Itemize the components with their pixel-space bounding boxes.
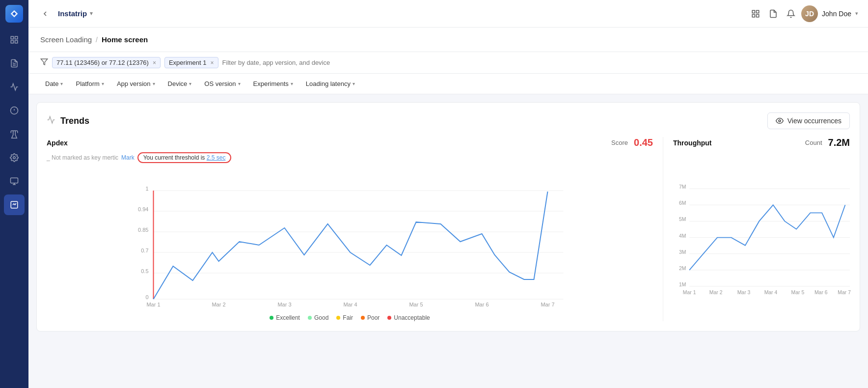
platform-chevron-icon: ▾ (102, 81, 104, 86)
dropdown-bar: Date ▾ Platform ▾ App version ▾ Device ▾… (28, 74, 868, 94)
filter-tag-experiment-close[interactable]: × (211, 59, 214, 66)
topbar-icons (751, 9, 795, 18)
legend-excellent: Excellent (270, 314, 300, 321)
throughput-svg: 1M 2M 3M 4M 5M 6M 7M (673, 165, 850, 303)
filter-tag-experiment[interactable]: Experiment 1 × (164, 57, 218, 68)
svg-rect-2 (11, 41, 13, 43)
svg-text:Mar 7: Mar 7 (838, 290, 851, 295)
loading-latency-chevron-icon: ▾ (353, 81, 355, 86)
topbar: Instatrip ▾ (28, 0, 868, 28)
view-occurrences-button[interactable]: View occurrences (767, 112, 850, 129)
back-button[interactable] (38, 7, 52, 21)
threshold-tooltip: You current threshold is 2.5 sec (137, 152, 232, 163)
sidebar-item-settings[interactable] (4, 147, 25, 168)
svg-text:0: 0 (145, 294, 148, 300)
breadcrumb: Screen Loading / Home screen (28, 28, 868, 52)
svg-text:7M: 7M (679, 184, 686, 190)
brand-name: Instatrip (58, 9, 87, 18)
sidebar-item-experiments[interactable] (4, 124, 25, 144)
svg-marker-18 (41, 59, 47, 65)
apdex-svg: 0 0.5 0.7 0.85 0.94 1 (47, 169, 653, 306)
svg-point-9 (13, 157, 16, 159)
legend-good: Good (308, 314, 328, 321)
breadcrumb-separator: / (96, 36, 98, 44)
svg-text:Mar 5: Mar 5 (791, 290, 805, 295)
breadcrumb-parent[interactable]: Screen Loading (40, 35, 92, 44)
svg-text:0.7: 0.7 (141, 248, 148, 253)
svg-point-19 (779, 120, 781, 122)
svg-rect-14 (752, 10, 755, 13)
throughput-title: Throughput (673, 139, 712, 147)
legend-unacceptable: Unacceptable (387, 314, 430, 321)
loading-latency-dropdown[interactable]: Loading latency ▾ (301, 78, 360, 90)
app-version-chevron-icon: ▾ (153, 81, 155, 86)
experiments-chevron-icon: ▾ (291, 81, 293, 86)
svg-text:0.85: 0.85 (138, 227, 148, 233)
svg-text:Mar 7: Mar 7 (541, 302, 554, 307)
date-dropdown[interactable]: Date ▾ (40, 78, 68, 90)
platform-dropdown[interactable]: Platform ▾ (71, 78, 108, 90)
svg-text:1: 1 (145, 186, 148, 192)
throughput-chart: Throughput Count 7.2M 1M 2M 3M (663, 137, 850, 321)
svg-text:Mar 6: Mar 6 (814, 290, 828, 295)
user-chevron-icon: ▾ (855, 10, 858, 17)
os-version-dropdown[interactable]: OS version ▾ (199, 78, 245, 90)
apdex-score-label: Score (611, 139, 628, 146)
filter-tag-version-label: 77.11 (123456) or 77.12 (12376) (56, 59, 149, 66)
view-occurrences-label: View occurrences (787, 117, 841, 125)
filter-tag-version-close[interactable]: × (153, 59, 156, 66)
sidebar-item-alerts[interactable] (4, 100, 25, 121)
filter-icon (40, 58, 48, 67)
filter-tag-version[interactable]: 77.11 (123456) or 77.12 (12376) × (52, 57, 161, 68)
grid-icon[interactable] (751, 9, 760, 18)
svg-rect-16 (752, 14, 755, 17)
throughput-header: Throughput Count 7.2M (673, 137, 850, 148)
logo[interactable] (5, 5, 23, 23)
trends-title: Trends (47, 115, 89, 126)
legend-fair: Fair (336, 314, 353, 321)
device-dropdown[interactable]: Device ▾ (163, 78, 197, 90)
legend-poor: Poor (361, 314, 380, 321)
sidebar-item-performance[interactable] (4, 194, 25, 215)
trends-section: Trends View occurrences Apdex (36, 102, 860, 332)
svg-text:1M: 1M (679, 282, 686, 287)
chart-legend: Excellent Good Fair Poor (47, 314, 653, 321)
sidebar-item-analytics[interactable] (4, 77, 25, 97)
brand-selector[interactable]: Instatrip ▾ (58, 9, 93, 18)
svg-rect-3 (15, 41, 18, 43)
svg-text:Mar 3: Mar 3 (737, 290, 751, 295)
svg-text:Mar 1: Mar 1 (146, 302, 160, 307)
sidebar-item-reports[interactable] (4, 53, 25, 74)
filter-tag-experiment-label: Experiment 1 (169, 59, 207, 66)
svg-text:0.5: 0.5 (141, 268, 148, 274)
svg-rect-15 (757, 10, 759, 13)
trends-icon (47, 115, 55, 126)
svg-text:Mar 4: Mar 4 (764, 290, 778, 295)
user-menu[interactable]: JD John Doe ▾ (801, 5, 858, 22)
svg-text:6M: 6M (679, 200, 686, 206)
svg-text:Mar 4: Mar 4 (343, 302, 357, 307)
apdex-subtitle: _ Not marked as key mertic Mark You curr… (47, 152, 653, 163)
svg-text:5M: 5M (679, 217, 686, 222)
sidebar (0, 0, 28, 388)
apdex-header: Apdex Score 0.45 (47, 137, 653, 148)
bell-icon[interactable] (787, 9, 795, 18)
app-version-dropdown[interactable]: App version ▾ (112, 78, 160, 90)
filter-input[interactable] (222, 59, 856, 66)
apdex-mark-link[interactable]: Mark (121, 154, 135, 161)
svg-rect-13 (11, 201, 18, 208)
svg-text:2M: 2M (679, 266, 686, 271)
avatar: JD (801, 5, 818, 22)
os-version-chevron-icon: ▾ (238, 81, 241, 86)
document-icon[interactable] (769, 9, 778, 18)
apdex-chart: Apdex Score 0.45 _ Not marked as key mer… (47, 137, 663, 321)
throughput-count-label: Count (805, 139, 822, 146)
sidebar-item-dashboard[interactable] (4, 29, 25, 50)
svg-text:0.94: 0.94 (138, 206, 148, 212)
svg-rect-0 (11, 36, 13, 39)
experiments-dropdown[interactable]: Experiments ▾ (248, 78, 298, 90)
threshold-link[interactable]: 2.5 sec (207, 154, 226, 161)
device-chevron-icon: ▾ (189, 81, 191, 86)
svg-text:Mar 2: Mar 2 (212, 302, 225, 307)
sidebar-item-help[interactable] (4, 171, 25, 192)
